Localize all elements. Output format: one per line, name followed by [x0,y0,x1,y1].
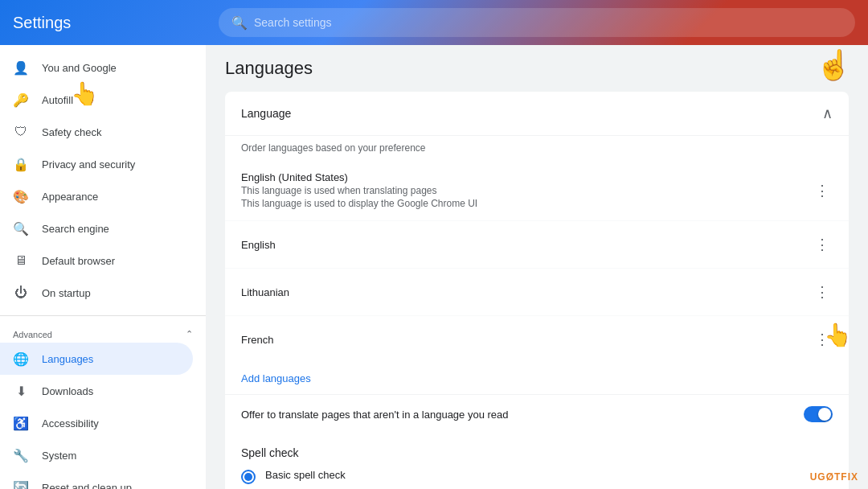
system-icon: 🔧 [13,447,29,463]
search-input[interactable] [254,16,842,29]
language-desc-2: This language is used to display the Goo… [241,198,477,209]
appearance-icon: 🎨 [13,188,29,204]
sidebar-label: Search engine [42,223,109,235]
basic-spell-check-option[interactable]: Basic spell check [241,469,833,484]
search-icon: 🔍 [231,15,248,31]
language-name: French [241,334,273,346]
sidebar-label: Appearance [42,191,98,203]
language-item-english: English ⋮ [225,221,849,269]
search-engine-icon: 🔍 [13,220,29,236]
language-desc-1: This language is used when translating p… [241,185,477,196]
language-options-button[interactable]: ⋮ [812,232,833,257]
language-name: English [241,239,276,251]
sidebar-item-you-and-google[interactable]: 👤 You and Google [0,51,193,84]
sidebar-item-default-browser[interactable]: 🖥 Default browser [0,244,193,277]
basic-spell-check-radio[interactable] [241,470,256,484]
language-section-title: Language [241,107,291,120]
person-icon: 👤 [13,60,29,76]
content-area: Languages Language ∧ Order languages bas… [206,45,868,489]
sidebar-divider [0,315,206,316]
language-item-english-us: English (United States) This language is… [225,160,849,221]
language-options-button[interactable]: ⋮ [812,179,833,203]
sidebar-item-reset[interactable]: 🔄 Reset and clean up [0,471,193,489]
sidebar-label: Privacy and security [42,158,135,171]
shield-icon: 🛡 [13,124,29,140]
watermark: UGØTFIX [810,471,858,483]
translate-label: Offer to translate pages that aren't in … [241,409,509,421]
collapse-icon[interactable]: ∧ [822,105,833,122]
language-options-button[interactable]: ⋮ [812,327,833,351]
sidebar-label: Safety check [42,126,101,138]
language-list: English (United States) This language is… [225,160,849,363]
sidebar: 👤 You and Google 🔑 Autofill 🛡 Safety che… [0,45,206,489]
sidebar-item-on-startup[interactable]: ⏻ On startup [0,277,193,309]
reset-icon: 🔄 [13,479,29,489]
sidebar-item-system[interactable]: 🔧 System [0,439,193,471]
startup-icon: ⏻ [13,285,29,301]
sidebar-item-privacy-security[interactable]: 🔒 Privacy and security [0,148,193,180]
sidebar-label: Accessibility [42,417,99,429]
sidebar-item-safety-check[interactable]: 🛡 Safety check [0,116,193,148]
sidebar-label: Reset and clean up [42,482,132,490]
language-item-french: French ⋮ [225,316,849,363]
language-card: Language ∧ Order languages based on your… [225,92,849,489]
language-sub-label: Order languages based on your preference [225,136,849,160]
advanced-section-label: Advanced ⌃ [0,323,206,343]
sidebar-label: Default browser [42,255,115,267]
add-languages-button[interactable]: Add languages [225,363,849,394]
search-bar: 🔍 [219,8,855,37]
sidebar-label: Languages [42,353,93,365]
translate-row: Offer to translate pages that aren't in … [225,394,849,434]
spell-check-title: Spell check [241,446,833,459]
translate-toggle[interactable] [804,406,833,422]
browser-icon: 🖥 [13,253,29,269]
sidebar-item-search-engine[interactable]: 🔍 Search engine [0,212,193,244]
autofill-icon: 🔑 [13,92,29,108]
spell-check-section: Spell check Basic spell check Enhanced s… [225,434,849,489]
page-title: Languages [225,58,849,79]
sidebar-item-downloads[interactable]: ⬇ Downloads [0,375,193,407]
language-name: English (United States) [241,171,477,183]
settings-title: Settings [13,14,206,32]
language-name: Lithuanian [241,286,289,298]
sidebar-item-accessibility[interactable]: ♿ Accessibility [0,407,193,439]
sidebar-label: System [42,450,76,462]
sidebar-item-appearance[interactable]: 🎨 Appearance [0,180,193,212]
language-options-button[interactable]: ⋮ [812,280,833,304]
privacy-icon: 🔒 [13,156,29,172]
language-card-header: Language ∧ [225,92,849,136]
accessibility-icon: ♿ [13,415,29,431]
languages-icon: 🌐 [13,351,29,367]
language-item-lithuanian: Lithuanian ⋮ [225,269,849,316]
basic-spell-check-label: Basic spell check [265,469,346,481]
sidebar-label: You and Google [42,62,117,74]
sidebar-item-languages[interactable]: 🌐 Languages [0,343,193,375]
sidebar-item-autofill[interactable]: 🔑 Autofill [0,84,193,116]
sidebar-label: Downloads [42,385,93,397]
downloads-icon: ⬇ [13,383,29,399]
sidebar-label: On startup [42,287,91,299]
sidebar-label: Autofill [42,94,73,106]
